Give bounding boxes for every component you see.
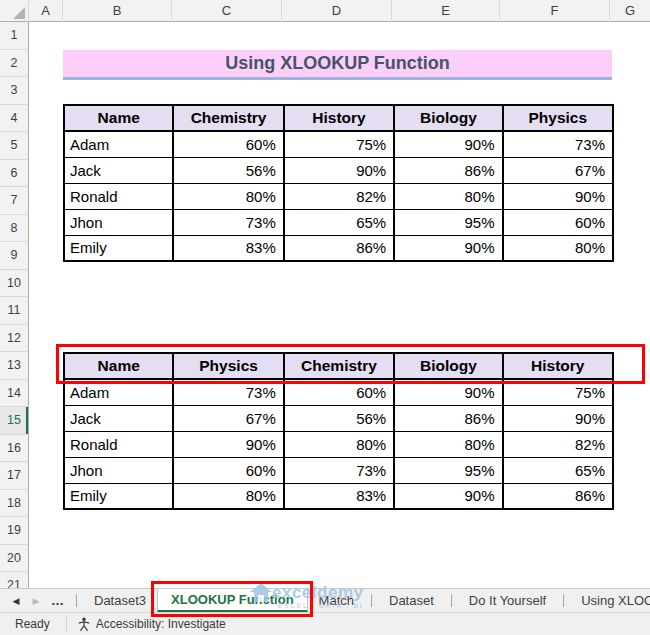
score-cell[interactable]: 65% <box>284 209 394 235</box>
score-cell[interactable]: 60% <box>284 379 394 405</box>
header-cell-chemistry[interactable]: Chemistry <box>284 353 394 379</box>
score-cell[interactable]: 80% <box>503 235 613 261</box>
score-cell[interactable]: 73% <box>173 379 283 405</box>
more-sheets-button[interactable]: … <box>46 593 70 608</box>
score-cell[interactable]: 90% <box>173 431 283 457</box>
header-cell-name[interactable]: Name <box>64 105 173 131</box>
score-cell[interactable]: 65% <box>503 457 613 483</box>
score-cell[interactable]: 86% <box>394 157 502 183</box>
score-cell[interactable]: 90% <box>284 157 394 183</box>
tab-scroll-right-button[interactable]: ▶ <box>26 596 46 606</box>
score-cell[interactable]: 83% <box>173 235 283 261</box>
score-cell[interactable]: 95% <box>394 457 502 483</box>
row-header-11[interactable]: 11 <box>0 297 29 325</box>
score-cell[interactable]: 60% <box>173 457 283 483</box>
row-header-13[interactable]: 13 <box>0 352 29 380</box>
sheet-tab-match[interactable]: Match <box>308 589 365 613</box>
header-cell-biology[interactable]: Biology <box>394 353 502 379</box>
row-header-16[interactable]: 16 <box>0 435 29 463</box>
score-cell[interactable]: 83% <box>284 483 394 509</box>
row-header-1[interactable]: 1 <box>0 22 29 50</box>
column-header-g[interactable]: G <box>610 0 650 22</box>
sheet-tab-dataset[interactable]: Dataset <box>378 589 445 613</box>
row-header-2[interactable]: 2 <box>0 50 29 78</box>
row-header-8[interactable]: 8 <box>0 215 29 243</box>
score-cell[interactable]: 90% <box>394 483 502 509</box>
score-cell[interactable]: 95% <box>394 209 502 235</box>
name-cell[interactable]: Adam <box>64 131 173 157</box>
column-header-b[interactable]: B <box>63 0 172 22</box>
row-header-14[interactable]: 14 <box>0 380 29 408</box>
sheet-tab-using-xlook[interactable]: Using XLOOK <box>570 589 650 613</box>
score-cell[interactable]: 86% <box>394 405 502 431</box>
row-header-7[interactable]: 7 <box>0 187 29 215</box>
column-header-e[interactable]: E <box>392 0 500 22</box>
name-cell[interactable]: Adam <box>64 379 173 405</box>
header-cell-physics[interactable]: Physics <box>173 353 283 379</box>
score-cell[interactable]: 80% <box>284 431 394 457</box>
name-cell[interactable]: Emily <box>64 235 173 261</box>
score-cell[interactable]: 82% <box>503 431 613 457</box>
score-cell[interactable]: 75% <box>503 379 613 405</box>
score-cell[interactable]: 67% <box>173 405 283 431</box>
row-header-15[interactable]: 15 <box>0 407 29 435</box>
score-cell[interactable]: 90% <box>394 235 502 261</box>
name-cell[interactable]: Jhon <box>64 457 173 483</box>
row-header-9[interactable]: 9 <box>0 242 29 270</box>
score-cell[interactable]: 75% <box>284 131 394 157</box>
score-cell[interactable]: 60% <box>503 209 613 235</box>
score-cell[interactable]: 90% <box>394 379 502 405</box>
original-scores-table[interactable]: NameChemistryHistoryBiologyPhysicsAdam60… <box>63 104 614 262</box>
row-header-19[interactable]: 19 <box>0 517 29 545</box>
row-header-5[interactable]: 5 <box>0 132 29 160</box>
tab-scroll-left-button[interactable]: ◀ <box>6 596 26 606</box>
score-cell[interactable]: 90% <box>503 183 613 209</box>
name-cell[interactable]: Jack <box>64 405 173 431</box>
score-cell[interactable]: 90% <box>503 405 613 431</box>
sheet-tab-dataset3[interactable]: Dataset3 <box>83 589 157 613</box>
name-cell[interactable]: Jhon <box>64 209 173 235</box>
header-cell-chemistry[interactable]: Chemistry <box>173 105 283 131</box>
score-cell[interactable]: 73% <box>284 457 394 483</box>
name-cell[interactable]: Ronald <box>64 431 173 457</box>
select-all-corner[interactable] <box>0 0 29 22</box>
score-cell[interactable]: 56% <box>284 405 394 431</box>
column-header-f[interactable]: F <box>500 0 610 22</box>
score-cell[interactable]: 86% <box>284 235 394 261</box>
row-header-21[interactable]: 21 <box>0 572 29 588</box>
sheet-tab-xlookup-function[interactable]: XLOOKUP Function <box>157 589 308 613</box>
column-header-d[interactable]: D <box>282 0 392 22</box>
header-cell-biology[interactable]: Biology <box>394 105 502 131</box>
score-cell[interactable]: 56% <box>173 157 283 183</box>
row-header-20[interactable]: 20 <box>0 545 29 573</box>
score-cell[interactable]: 90% <box>394 131 502 157</box>
score-cell[interactable]: 86% <box>503 483 613 509</box>
header-cell-physics[interactable]: Physics <box>503 105 613 131</box>
row-header-3[interactable]: 3 <box>0 77 29 105</box>
score-cell[interactable]: 80% <box>173 183 283 209</box>
row-header-17[interactable]: 17 <box>0 462 29 490</box>
score-cell[interactable]: 80% <box>173 483 283 509</box>
score-cell[interactable]: 67% <box>503 157 613 183</box>
row-header-18[interactable]: 18 <box>0 490 29 518</box>
accessibility-status[interactable]: Accessibility: Investigate <box>96 617 226 631</box>
score-cell[interactable]: 80% <box>394 183 502 209</box>
score-cell[interactable]: 73% <box>173 209 283 235</box>
score-cell[interactable]: 80% <box>394 431 502 457</box>
row-header-10[interactable]: 10 <box>0 270 29 298</box>
rearranged-scores-table[interactable]: NamePhysicsChemistryBiologyHistoryAdam73… <box>63 352 614 510</box>
name-cell[interactable]: Ronald <box>64 183 173 209</box>
column-header-c[interactable]: C <box>172 0 282 22</box>
row-header-12[interactable]: 12 <box>0 325 29 353</box>
score-cell[interactable]: 73% <box>503 131 613 157</box>
row-header-4[interactable]: 4 <box>0 105 29 133</box>
row-header-6[interactable]: 6 <box>0 160 29 188</box>
header-cell-history[interactable]: History <box>284 105 394 131</box>
name-cell[interactable]: Emily <box>64 483 173 509</box>
column-header-a[interactable]: A <box>29 0 63 22</box>
name-cell[interactable]: Jack <box>64 157 173 183</box>
sheet-tab-do-it-yourself[interactable]: Do It Yourself <box>458 589 557 613</box>
header-cell-history[interactable]: History <box>503 353 613 379</box>
header-cell-name[interactable]: Name <box>64 353 173 379</box>
score-cell[interactable]: 60% <box>173 131 283 157</box>
